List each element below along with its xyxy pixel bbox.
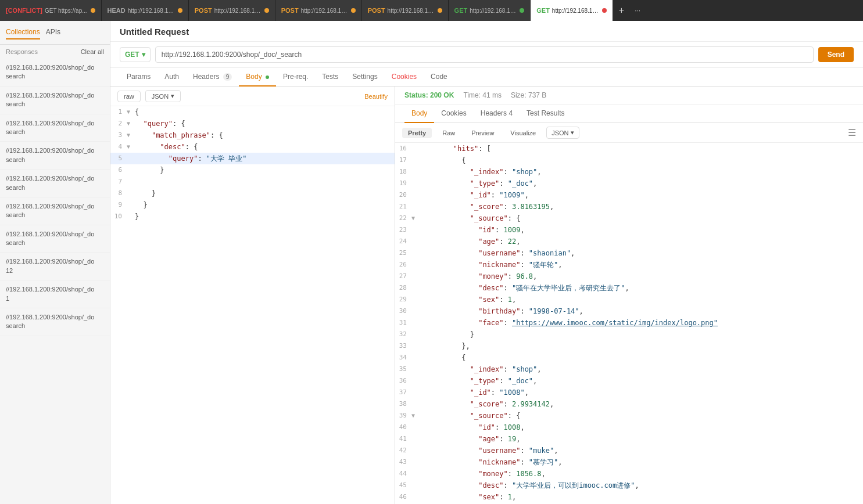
tabs-bar: [CONFLICT] GET https://ap... HEAD http:/… (0, 0, 863, 21)
resp-line-38: 38 "_score": 2.9934142, (395, 398, 863, 410)
list-item[interactable]: //192.168.1.200:9200/shop/_dosearch (0, 308, 110, 336)
response-tabs: Body Cookies Headers 4 Test Results (395, 105, 863, 123)
resp-line-30: 30 "birthday": "1998-07-14", (395, 305, 863, 317)
list-item[interactable]: //192.168.1.200:9200/shop/_dosearch (0, 114, 110, 142)
url-bar: GET ▾ Send (110, 42, 863, 68)
tab-post-1[interactable]: POST http://192.168.1.200... (189, 0, 275, 21)
resp-line-19: 19 "_type": "_doc", (395, 178, 863, 189)
method-select[interactable]: GET ▾ (120, 47, 151, 62)
request-area: Untitled Request GET ▾ Send Params Auth … (110, 21, 863, 504)
response-pane: Status: 200 OK Time: 41 ms Size: 737 B B… (395, 87, 863, 504)
resp-json-select[interactable]: JSON ▾ (546, 127, 579, 139)
resp-line-21: 21 "_score": 3.8163195, (395, 201, 863, 213)
tab-method-conflict: [CONFLICT] (6, 7, 42, 14)
list-item[interactable]: //192.168.1.200:9200/shop/_dosearch (0, 87, 110, 114)
resp-line-25: 25 "username": "shaonian", (395, 247, 863, 259)
headers-badge: 9 (223, 73, 232, 81)
resp-line-24: 24 "age": 22, (395, 236, 863, 247)
tab-post-2[interactable]: POST http://192.168.1.200... (275, 0, 362, 21)
code-line-10: 10 } (110, 211, 395, 222)
format-raw[interactable]: Raw (436, 128, 461, 138)
response-time: Time: 41 ms (463, 91, 502, 99)
tab-get-2[interactable]: GET http://192.168.1.200:... (531, 0, 613, 21)
response-status-bar: Status: 200 OK Time: 41 ms Size: 737 B (395, 87, 863, 105)
resp-headers-badge: 4 (509, 109, 513, 117)
code-line-4: 4 ▼ "desc": { (110, 141, 395, 153)
json-dropdown-icon: ▾ (171, 92, 174, 100)
list-item[interactable]: //192.168.1.200:9200/shop/_dosearch (0, 170, 110, 197)
resp-line-46: 46 "sex": 1, (395, 491, 863, 503)
code-editor[interactable]: 1 ▼ { 2 ▼ "query": { 3 ▼ "match_phrase":… (110, 106, 395, 504)
resp-line-45: 45 "desc": "大学毕业后，可以到imooc.com进修", (395, 480, 863, 491)
tab-url-6: http://192.168.1.200... (470, 8, 516, 14)
format-preview[interactable]: Preview (465, 128, 500, 138)
resp-line-29: 29 "sex": 1, (395, 294, 863, 305)
add-tab-button[interactable]: + (613, 5, 630, 16)
sidebar-header: Collections APIs (0, 21, 110, 45)
resp-line-40: 40 "id": 1008, (395, 422, 863, 433)
resp-json-label: JSON (552, 129, 568, 136)
method-dropdown-icon: ▾ (142, 51, 145, 59)
resp-line-44: 44 "money": 1056.8, (395, 468, 863, 480)
sidebar-nav: Collections APIs (6, 26, 60, 39)
resp-line-28: 28 "desc": "骚年在大学毕业后，考研究生去了", (395, 282, 863, 294)
tab-prereq[interactable]: Pre-req. (276, 68, 315, 87)
resp-wrap-button[interactable]: ☰ (848, 127, 856, 138)
tab-url-5: http://192.168.1.200... (388, 8, 434, 14)
more-tabs-button[interactable]: ··· (630, 6, 645, 15)
tab-body[interactable]: Body (239, 68, 276, 87)
sidebar-nav-apis[interactable]: APIs (46, 26, 60, 39)
resp-line-18: 18 "_index": "shop", (395, 166, 863, 178)
tab-params[interactable]: Params (120, 68, 157, 87)
resp-tab-body[interactable]: Body (404, 105, 434, 123)
resp-line-43: 43 "nickname": "慕学习", (395, 456, 863, 468)
sidebar-controls: Responses Clear all (0, 45, 110, 59)
tab-dot-6 (520, 8, 524, 13)
resp-tab-headers[interactable]: Headers 4 (474, 105, 520, 123)
tab-url-7: http://192.168.1.200:... (552, 8, 599, 14)
tab-url-3: http://192.168.1.200... (214, 8, 261, 14)
tab-method-get-1: GET (454, 7, 468, 14)
tab-head[interactable]: HEAD http://192.168.1.200... (102, 0, 189, 21)
code-line-8: 8 } (110, 188, 395, 199)
raw-button[interactable]: raw (117, 91, 141, 102)
sidebar-nav-responses[interactable]: Collections (6, 26, 40, 39)
tab-headers[interactable]: Headers 9 (186, 68, 239, 87)
list-item[interactable]: //192.168.1.200:9200/shop/_dosearch (0, 59, 110, 87)
tab-get-1[interactable]: GET http://192.168.1.200... (449, 0, 531, 21)
tab-auth[interactable]: Auth (157, 68, 186, 87)
tab-code[interactable]: Code (424, 68, 454, 87)
tab-settings[interactable]: Settings (345, 68, 384, 87)
resp-line-23: 23 "id": 1009, (395, 224, 863, 236)
url-input[interactable] (155, 46, 814, 63)
beautify-button[interactable]: Beautify (364, 93, 388, 100)
resp-line-37: 37 "_id": "1008", (395, 387, 863, 398)
response-format-bar: Pretty Raw Preview Visualize JSON ▾ ☰ (395, 123, 863, 143)
tab-tests[interactable]: Tests (315, 68, 345, 87)
list-item[interactable]: //192.168.1.200:9200/shop/_dosearch (0, 197, 110, 225)
format-visualize[interactable]: Visualize (504, 128, 542, 138)
list-item[interactable]: //192.168.1.200:9200/shop/_do1 (0, 280, 110, 308)
tab-cookies[interactable]: Cookies (385, 68, 424, 87)
response-editor[interactable]: 16 "hits": [ 17 { 18 "_i (395, 143, 863, 504)
tab-post-3[interactable]: POST http://192.168.1.200... (362, 0, 449, 21)
json-type-select[interactable]: JSON ▾ (145, 90, 181, 102)
code-line-1: 1 ▼ { (110, 106, 395, 118)
list-item[interactable]: //192.168.1.200:9200/shop/_dosearch (0, 225, 110, 253)
format-pretty[interactable]: Pretty (402, 128, 432, 138)
tab-url-1: GET https://ap... (45, 8, 87, 14)
tab-conflict[interactable]: [CONFLICT] GET https://ap... (0, 0, 102, 21)
resp-tab-cookies[interactable]: Cookies (434, 105, 473, 123)
editor-pane: raw JSON ▾ Beautify 1 ▼ { 2 ▼ (110, 87, 395, 504)
send-button[interactable]: Send (818, 47, 854, 62)
tab-dot-1 (91, 8, 95, 13)
resp-tab-test-results[interactable]: Test Results (520, 105, 571, 123)
resp-line-22: 22 ▼ "_source": { (395, 213, 863, 224)
json-type-label: JSON (152, 93, 169, 100)
resp-line-17: 17 { (395, 154, 863, 166)
clear-all-button[interactable]: Clear all (81, 48, 104, 55)
code-line-7: 7 (110, 176, 395, 188)
resp-line-16: 16 "hits": [ (395, 143, 863, 154)
list-item[interactable]: //192.168.1.200:9200/shop/_do12 (0, 253, 110, 280)
list-item[interactable]: //192.168.1.200:9200/shop/_dosearch (0, 142, 110, 170)
